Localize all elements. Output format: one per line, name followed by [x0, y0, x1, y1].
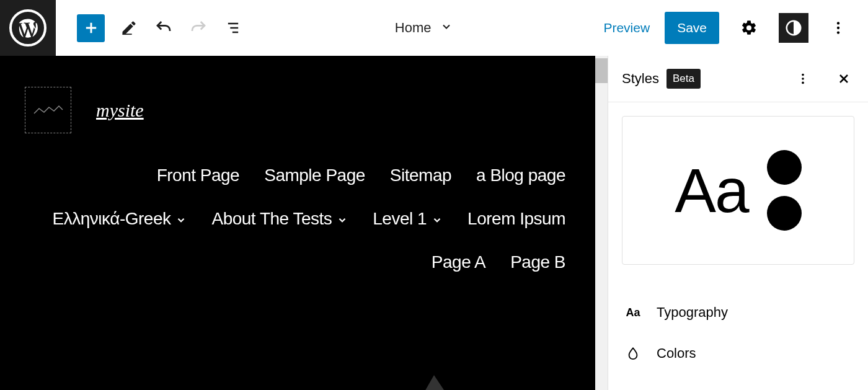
svg-point-5	[802, 74, 804, 76]
toolbar: Home Preview Save	[0, 0, 868, 56]
nav-item[interactable]: Page B	[510, 252, 565, 272]
color-swatches	[767, 150, 802, 231]
typography-preview: Aa	[675, 155, 748, 226]
sidebar-more-button[interactable]	[792, 68, 813, 89]
svg-point-2	[837, 22, 839, 24]
chevron-down-icon	[337, 215, 348, 226]
nav-item-dropdown[interactable]: Ελληνικά-Greek	[53, 209, 187, 229]
scrollbar-thumb[interactable]	[595, 58, 608, 83]
tool-group-left	[56, 14, 244, 42]
site-logo-placeholder[interactable]	[25, 87, 71, 133]
option-label: Typography	[657, 304, 728, 321]
chevron-down-icon	[432, 215, 443, 226]
site-header: mysite	[25, 87, 570, 133]
wordpress-logo-button[interactable]	[0, 0, 56, 56]
sidebar-title: Styles	[622, 71, 659, 87]
save-button[interactable]: Save	[665, 12, 719, 44]
typography-option[interactable]: Aa Typography	[608, 292, 868, 333]
svg-point-7	[802, 82, 804, 84]
svg-point-6	[802, 78, 804, 80]
settings-button[interactable]	[734, 13, 764, 43]
nav-row: Page A Page B	[25, 252, 570, 272]
styles-toggle-button[interactable]	[779, 13, 808, 43]
document-title-dropdown[interactable]: Home	[244, 20, 603, 36]
nav-item-dropdown[interactable]: Level 1	[373, 209, 443, 229]
decorative-image	[397, 369, 471, 390]
wordpress-icon	[9, 9, 46, 47]
list-view-button[interactable]	[223, 17, 244, 38]
chevron-down-icon	[175, 215, 187, 226]
colors-option[interactable]: Colors	[608, 333, 868, 374]
vertical-scrollbar[interactable]	[595, 56, 608, 390]
svg-rect-0	[123, 33, 132, 35]
more-options-button[interactable]	[823, 13, 853, 43]
add-block-button[interactable]	[77, 14, 105, 42]
editor-canvas[interactable]: mysite Front Page Sample Page Sitemap a …	[0, 56, 595, 390]
color-swatch	[767, 150, 802, 185]
svg-point-4	[837, 31, 839, 33]
nav-item-label: About The Tests	[211, 209, 332, 229]
edit-tool-button[interactable]	[118, 17, 140, 38]
nav-item[interactable]: Sample Page	[264, 166, 365, 185]
nav-item-label: Level 1	[373, 209, 427, 229]
colors-icon	[624, 345, 642, 361]
nav-item-dropdown[interactable]: About The Tests	[211, 209, 348, 229]
beta-badge: Beta	[666, 69, 701, 89]
styles-sidebar: Styles Beta Aa Aa Typography	[608, 56, 868, 390]
document-title: Home	[395, 20, 432, 36]
style-options-list: Aa Typography Colors	[608, 278, 868, 388]
close-sidebar-button[interactable]	[833, 68, 854, 89]
preview-button[interactable]: Preview	[603, 20, 650, 35]
nav-item[interactable]: a Blog page	[476, 166, 565, 185]
typography-icon: Aa	[624, 306, 642, 319]
nav-item[interactable]: Front Page	[157, 166, 240, 185]
svg-point-3	[837, 27, 839, 29]
nav-item[interactable]: Lorem Ipsum	[467, 209, 565, 229]
color-swatch	[767, 196, 802, 231]
site-title[interactable]: mysite	[96, 100, 144, 121]
nav-row: Front Page Sample Page Sitemap a Blog pa…	[25, 166, 570, 185]
redo-button[interactable]	[188, 17, 209, 38]
navigation-block[interactable]: Front Page Sample Page Sitemap a Blog pa…	[25, 166, 570, 272]
nav-item[interactable]: Page A	[432, 252, 485, 272]
undo-button[interactable]	[153, 17, 174, 38]
sidebar-header: Styles Beta	[608, 56, 868, 102]
chevron-down-icon	[440, 20, 453, 35]
nav-item-label: Ελληνικά-Greek	[53, 209, 171, 229]
option-label: Colors	[657, 345, 696, 361]
nav-item[interactable]: Sitemap	[390, 166, 451, 185]
style-preview-card[interactable]: Aa	[622, 116, 854, 265]
tool-group-right: Preview Save	[603, 12, 868, 44]
nav-row: Ελληνικά-Greek About The Tests Level 1 L…	[25, 209, 570, 229]
